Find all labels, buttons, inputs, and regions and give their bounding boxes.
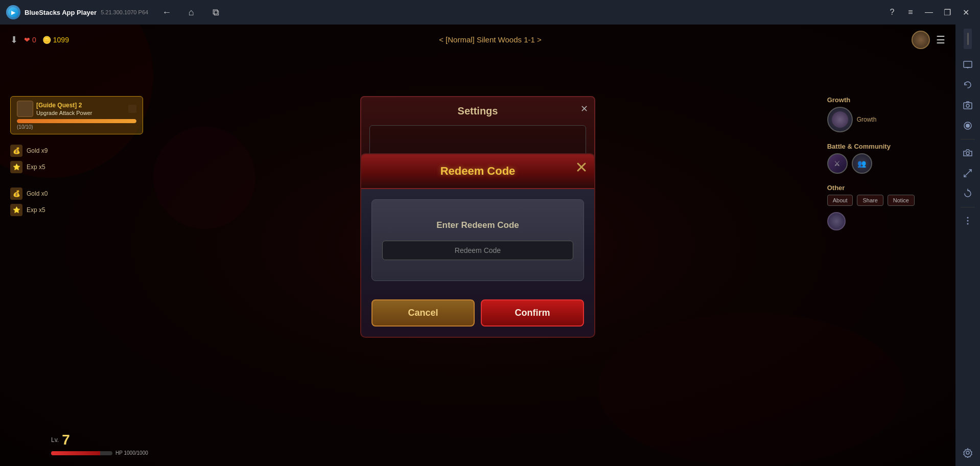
sidebar-record-btn[interactable] xyxy=(959,116,977,135)
sidebar-divider-2 xyxy=(961,207,975,207)
bluestacks-logo: ▶ xyxy=(6,5,20,19)
redeem-footer: Cancel Confirm xyxy=(361,291,594,337)
game-background: ⬇ ❤ 0 🪙 1099 < [Normal] Silent Woods 1-1… xyxy=(0,25,955,466)
redeem-dialog: Redeem Code Enter Redeem Code Cancel xyxy=(360,153,595,338)
redeem-header: Redeem Code xyxy=(361,154,594,189)
refresh-icon xyxy=(963,189,973,199)
sidebar-handle[interactable] xyxy=(964,29,972,49)
svg-point-14 xyxy=(966,451,969,454)
restore-button[interactable]: ❐ xyxy=(939,4,955,20)
sidebar-refresh-btn[interactable] xyxy=(959,184,977,203)
app-name: BlueStacks App Player xyxy=(25,9,97,16)
svg-point-9 xyxy=(966,152,969,155)
redeem-title: Redeem Code xyxy=(371,165,584,178)
sidebar-resize-btn[interactable] xyxy=(959,164,977,182)
svg-rect-2 xyxy=(964,61,972,67)
screen-icon xyxy=(963,59,973,69)
sidebar-rotate-btn[interactable] xyxy=(959,76,977,94)
app-version: 5.21.300.1070 P64 xyxy=(101,9,148,15)
cancel-button[interactable]: Cancel xyxy=(371,299,475,327)
sidebar-bottom xyxy=(959,444,977,462)
sidebar-divider-1 xyxy=(961,139,975,139)
svg-point-8 xyxy=(966,124,970,128)
resize-icon xyxy=(963,168,973,178)
redeem-close-button[interactable] xyxy=(576,161,587,176)
svg-point-11 xyxy=(967,217,969,219)
x-close-icon xyxy=(576,161,587,173)
camera-icon xyxy=(963,148,973,158)
svg-rect-5 xyxy=(964,103,972,109)
svg-line-10 xyxy=(964,170,971,177)
bluestacks-sidebar xyxy=(955,25,980,466)
svg-point-6 xyxy=(966,104,969,107)
menu-button[interactable]: ≡ xyxy=(902,4,919,20)
redeem-overlay: Redeem Code Enter Redeem Code Cancel xyxy=(0,25,955,466)
rotate-icon xyxy=(963,80,973,90)
screenshot-icon xyxy=(963,100,973,110)
svg-point-13 xyxy=(967,223,969,225)
titlebar-nav: ← ⌂ ⧉ xyxy=(158,4,224,20)
sidebar-more-btn[interactable] xyxy=(959,212,977,230)
redeem-code-input[interactable] xyxy=(382,241,573,260)
record-icon xyxy=(963,121,973,131)
home-button[interactable]: ⌂ xyxy=(183,4,199,20)
gear-icon xyxy=(963,448,973,458)
sidebar-settings-btn[interactable] xyxy=(959,444,977,462)
redeem-input-area: Enter Redeem Code xyxy=(371,199,584,281)
titlebar: ▶ BlueStacks App Player 5.21.300.1070 P6… xyxy=(0,0,980,25)
sidebar-screen-btn[interactable] xyxy=(959,55,977,74)
minimize-button[interactable]: — xyxy=(921,4,937,20)
close-button[interactable]: ✕ xyxy=(958,4,974,20)
window-controls: ? ≡ — ❐ ✕ xyxy=(884,4,974,20)
help-button[interactable]: ? xyxy=(884,4,900,20)
more-icon xyxy=(963,216,973,226)
redeem-body: Enter Redeem Code xyxy=(361,189,594,291)
sidebar-screenshot-btn[interactable] xyxy=(959,96,977,114)
tabs-button[interactable]: ⧉ xyxy=(207,4,224,20)
back-button[interactable]: ← xyxy=(158,4,175,20)
sidebar-camera-btn[interactable] xyxy=(959,144,977,162)
redeem-placeholder-text: Enter Redeem Code xyxy=(436,220,519,230)
confirm-button[interactable]: Confirm xyxy=(481,299,584,327)
svg-point-12 xyxy=(967,220,969,222)
